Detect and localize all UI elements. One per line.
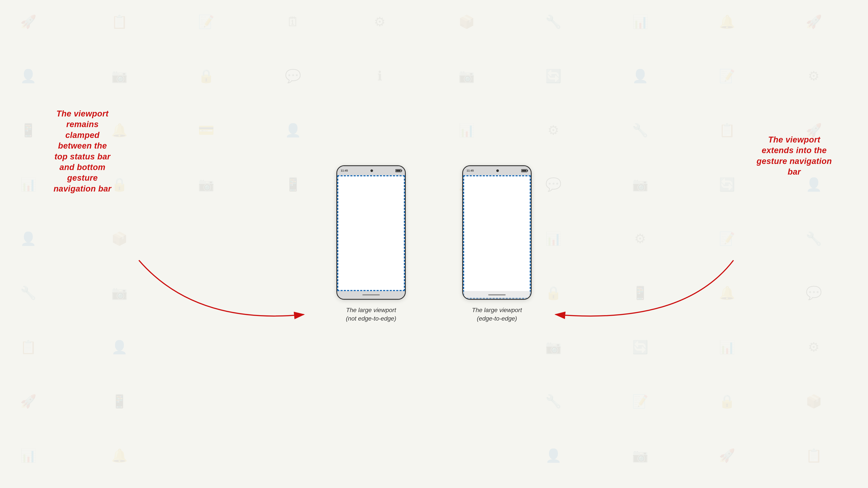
status-bar-2: 11:45 [463, 166, 531, 175]
home-indicator-1 [362, 294, 380, 295]
phone-caption-2: The large viewport(edge-to-edge) [472, 306, 522, 323]
camera-dot-2 [496, 169, 499, 172]
time-display-2: 11:45 [467, 169, 474, 172]
phone-mockup-2: 11:45 [462, 165, 532, 300]
viewport-area-1 [337, 175, 405, 291]
nav-bar-1 [337, 291, 405, 299]
nav-bar-2 [463, 291, 531, 299]
main-content: 11:45 The large viewport(not edge-to-edg… [0, 0, 868, 488]
phone-section-1: 11:45 The large viewport(not edge-to-edg… [336, 165, 406, 323]
left-annotation: The viewport remains clamped between the… [26, 108, 139, 194]
phone-section-2: 11:45 The large viewport(edge-to-edge) [462, 165, 532, 323]
phone-caption-1: The large viewport(not edge-to-edge) [346, 306, 396, 323]
status-bar-1: 11:45 [337, 166, 405, 175]
right-annotation: The viewport extends into the gesture na… [742, 134, 846, 177]
camera-dot-1 [370, 169, 373, 172]
phone-mockup-1: 11:45 [336, 165, 406, 300]
viewport-area-2 [463, 175, 531, 299]
battery-icon-2 [521, 169, 527, 172]
time-display-1: 11:45 [341, 169, 348, 172]
battery-icon-1 [395, 169, 401, 172]
home-indicator-2 [488, 294, 506, 295]
